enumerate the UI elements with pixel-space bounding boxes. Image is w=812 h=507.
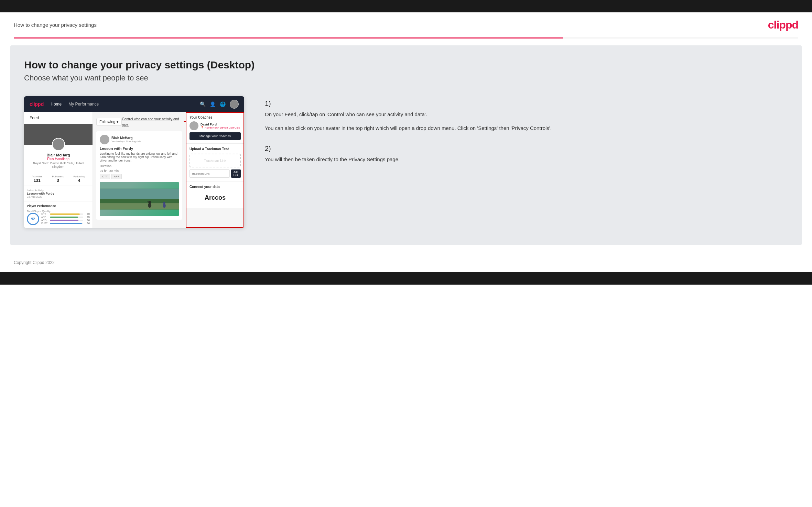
instruction-2: 2) You will then be taken directly to th…: [265, 145, 788, 164]
following-button[interactable]: Following ▾: [96, 118, 122, 126]
connect-title: Connect your data: [190, 185, 241, 189]
instruction-1-number: 1): [265, 100, 788, 108]
profile-stats: Activities 131 Followers 3 Following 4: [24, 172, 93, 186]
feed-header: Following ▾ Control who can see your act…: [96, 115, 182, 128]
stat-followers-label: Followers: [52, 175, 64, 178]
performance-title: Player Performance: [27, 204, 90, 208]
stat-activities: Activities 131: [32, 175, 43, 183]
bar-arg: ARG 86: [41, 219, 90, 221]
page-heading: How to change your privacy settings (Des…: [24, 59, 788, 71]
trackman-title: Upload a Trackman Test: [190, 147, 241, 151]
top-bar: [0, 0, 812, 12]
location-pin-icon: 📍: [201, 126, 204, 129]
post-author: Blair McHarg Yesterday · Sunningdale: [100, 135, 179, 144]
right-panel-wrapper: Your Coaches David Ford 📍 Royal North De…: [186, 112, 244, 228]
latest-activity-date: 03 Aug 2022: [27, 195, 90, 198]
manage-coaches-button[interactable]: Manage Your Coaches: [190, 132, 241, 140]
post-duration-value: 01 hr : 30 min: [100, 169, 179, 173]
instruction-2-text: You will then be taken directly to the P…: [265, 155, 788, 164]
player-performance: Player Performance Total Player Quality …: [24, 201, 93, 228]
trackman-section: Upload a Trackman Test Trackman Link Add…: [186, 144, 244, 181]
post-title: Lesson with Fordy: [100, 146, 179, 151]
add-link-button[interactable]: Add Link: [231, 169, 241, 178]
latest-activity-name: Lesson with Fordy: [27, 192, 90, 195]
feed-tab[interactable]: Feed: [24, 112, 93, 124]
app-nav-icons: 🔍 👤 🌐: [200, 100, 239, 109]
instruction-1-text: On your Feed, click/tap on 'Control who …: [265, 110, 788, 119]
post-description: Looking to feel like my hands are exitin…: [100, 152, 179, 162]
instruction-1-subtext: You can also click on your avatar in the…: [265, 124, 788, 132]
svg-point-4: [148, 203, 151, 208]
profile-banner: [24, 124, 93, 145]
post-author-location: Yesterday · Sunningdale: [111, 140, 141, 143]
profile-name: Blair McHarg: [27, 153, 90, 157]
tpq-label: Total Player Quality: [27, 210, 90, 213]
trackman-link-box: Trackman Link: [190, 154, 241, 167]
header: How to change your privacy settings clip…: [0, 12, 812, 37]
coach-club: 📍 Royal North Devon Golf Club: [201, 126, 240, 129]
person-icon[interactable]: 👤: [210, 101, 216, 107]
app-feed: Following ▾ Control who can see your act…: [93, 112, 186, 228]
instruction-2-number: 2): [265, 145, 788, 153]
tpq-bars: OTT 90 APP: [41, 213, 90, 225]
stat-following: Following 4: [73, 175, 85, 183]
page-breadcrumb: How to change your privacy settings: [14, 22, 97, 28]
user-avatar-button[interactable]: [230, 100, 239, 109]
post-tags: OTT APP: [100, 174, 179, 179]
main-content: How to change your privacy settings (Des…: [10, 45, 802, 245]
stat-activities-label: Activities: [32, 175, 43, 178]
trackman-placeholder: Trackman Link: [204, 159, 226, 163]
header-divider: [14, 37, 798, 38]
app-right-panel: Your Coaches David Ford 📍 Royal North De…: [186, 112, 244, 208]
app-body: Feed Blair McHarg Plus Handicap Royal No…: [24, 112, 244, 228]
app-navbar: clippd Home My Performance 🔍 👤 🌐: [24, 96, 244, 112]
stat-following-label: Following: [73, 175, 85, 178]
connect-section: Connect your data Arccos: [186, 181, 244, 208]
duration-label: Duration: [100, 164, 111, 168]
tpq-circle: 92: [27, 213, 39, 225]
instructions-panel: 1) On your Feed, click/tap on 'Control w…: [258, 96, 788, 176]
coach-name: David Ford: [201, 123, 240, 126]
page-subheading: Choose what you want people to see: [24, 74, 788, 82]
footer: Copyright Clippd 2022: [0, 252, 812, 272]
svg-rect-2: [100, 203, 179, 209]
profile-avatar: [52, 138, 65, 151]
coach-item: David Ford 📍 Royal North Devon Golf Club: [190, 121, 241, 130]
post-card: Blair McHarg Yesterday · Sunningdale Les…: [96, 131, 182, 220]
tag-ott: OTT: [100, 174, 110, 179]
bar-putt: PUTT 96: [41, 222, 90, 224]
stat-followers: Followers 3: [52, 175, 64, 183]
nav-home[interactable]: Home: [51, 102, 62, 107]
stat-activities-value: 131: [32, 178, 43, 183]
post-image-svg: [100, 182, 179, 216]
trackman-link-input[interactable]: [190, 169, 230, 178]
bottom-bar: [0, 272, 812, 285]
post-author-name: Blair McHarg: [111, 136, 141, 140]
profile-handicap: Plus Handicap: [27, 157, 90, 161]
bar-ott: OTT 90: [41, 213, 90, 215]
latest-activity: Latest Activity Lesson with Fordy 03 Aug…: [24, 186, 93, 201]
nav-my-performance[interactable]: My Performance: [68, 102, 99, 107]
coaches-section: Your Coaches David Ford 📍 Royal North De…: [186, 112, 244, 144]
app-logo: clippd: [30, 101, 44, 107]
copyright-text: Copyright Clippd 2022: [14, 260, 55, 265]
chevron-down-icon: ▾: [117, 120, 119, 124]
post-duration-label: Duration: [100, 164, 179, 168]
following-label: Following: [99, 120, 115, 124]
instruction-1: 1) On your Feed, click/tap on 'Control w…: [265, 100, 788, 132]
app-screenshot: clippd Home My Performance 🔍 👤 🌐 Feed: [24, 96, 244, 228]
globe-icon[interactable]: 🌐: [220, 101, 226, 107]
svg-point-8: [163, 202, 165, 204]
arccos-logo: Arccos: [190, 191, 241, 205]
search-icon[interactable]: 🔍: [200, 101, 206, 107]
content-layout: clippd Home My Performance 🔍 👤 🌐 Feed: [24, 96, 788, 228]
latest-activity-label: Latest Activity: [27, 189, 90, 192]
coaches-title: Your Coaches: [190, 115, 241, 119]
coach-avatar: [190, 121, 198, 130]
app-sidebar: Feed Blair McHarg Plus Handicap Royal No…: [24, 112, 93, 228]
trackman-input-row: Add Link: [190, 169, 241, 178]
post-author-avatar: [100, 135, 109, 144]
tag-app: APP: [111, 174, 122, 179]
clippd-logo: clippd: [768, 19, 798, 31]
control-privacy-link[interactable]: Control who can see your activity and da…: [122, 117, 179, 127]
